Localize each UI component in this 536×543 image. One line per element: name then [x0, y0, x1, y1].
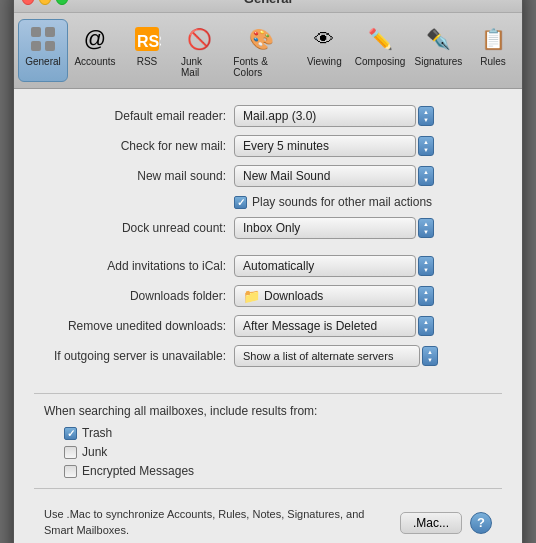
new-mail-sound-row: New mail sound: New Mail Sound	[34, 165, 502, 187]
encrypted-check-row: Encrypted Messages	[64, 464, 502, 478]
check-new-mail-arrow[interactable]	[418, 136, 434, 156]
rules-label: Rules	[480, 56, 506, 67]
add-invitations-value: Automatically	[243, 259, 314, 273]
footer-row: Use .Mac to synchronize Accounts, Rules,…	[34, 499, 502, 542]
dock-unread-arrow[interactable]	[418, 218, 434, 238]
toolbar-item-accounts[interactable]: @ Accounts	[70, 19, 120, 82]
check-new-mail-row: Check for new mail: Every 5 minutes	[34, 135, 502, 157]
titlebar: General	[14, 0, 522, 13]
dock-unread-value: Inbox Only	[243, 221, 300, 235]
add-invitations-select[interactable]: Automatically	[234, 255, 416, 277]
outgoing-server-label: If outgoing server is unavailable:	[34, 349, 234, 363]
trash-check-row: Trash	[64, 426, 502, 440]
outgoing-server-control: Show a list of alternate servers	[234, 345, 502, 367]
encrypted-checkbox[interactable]	[64, 465, 77, 478]
general-label: General	[25, 56, 61, 67]
check-new-mail-value: Every 5 minutes	[243, 139, 329, 153]
downloads-folder-arrow[interactable]	[418, 286, 434, 306]
outgoing-server-value: Show a list of alternate servers	[243, 350, 393, 362]
default-email-reader-arrow[interactable]	[418, 106, 434, 126]
check-new-mail-label: Check for new mail:	[34, 139, 234, 153]
toolbar-item-fonts-colors[interactable]: 🎨 Fonts & Colors	[226, 19, 297, 82]
add-invitations-select-row: Automatically	[234, 255, 502, 277]
rss-label: RSS	[137, 56, 158, 67]
dock-unread-select[interactable]: Inbox Only	[234, 217, 416, 239]
viewing-label: Viewing	[307, 56, 342, 67]
rules-icon: 📋	[477, 23, 509, 55]
remove-unedited-arrow[interactable]	[418, 316, 434, 336]
content-area: Default email reader: Mail.app (3.0) Che…	[14, 89, 522, 543]
toolbar-item-general[interactable]: General	[18, 19, 68, 82]
fonts-colors-icon: 🎨	[246, 23, 278, 55]
remove-unedited-select-row: After Message is Deleted	[234, 315, 502, 337]
check-new-mail-select[interactable]: Every 5 minutes	[234, 135, 416, 157]
new-mail-sound-value: New Mail Sound	[243, 169, 330, 183]
junk-mail-icon: 🚫	[183, 23, 215, 55]
viewing-icon: 👁	[308, 23, 340, 55]
footer-buttons: .Mac... ?	[400, 512, 492, 534]
svg-rect-0	[31, 27, 41, 37]
default-email-reader-select[interactable]: Mail.app (3.0)	[234, 105, 416, 127]
search-section-label: When searching all mailboxes, include re…	[34, 404, 502, 418]
divider	[34, 393, 502, 394]
downloads-folder-value: Downloads	[264, 289, 323, 303]
divider-2	[34, 488, 502, 489]
default-email-reader-value: Mail.app (3.0)	[243, 109, 316, 123]
remove-unedited-row: Remove unedited downloads: After Message…	[34, 315, 502, 337]
junk-check-row: Junk	[64, 445, 502, 459]
svg-rect-3	[45, 41, 55, 51]
outgoing-server-select-row: Show a list of alternate servers	[234, 345, 502, 367]
encrypted-label: Encrypted Messages	[82, 464, 194, 478]
dock-unread-row: Dock unread count: Inbox Only	[34, 217, 502, 239]
downloads-folder-row: Downloads folder: 📁 Downloads	[34, 285, 502, 307]
minimize-button[interactable]	[39, 0, 51, 5]
accounts-label: Accounts	[74, 56, 115, 67]
general-icon	[27, 23, 59, 55]
help-button[interactable]: ?	[470, 512, 492, 534]
fonts-colors-label: Fonts & Colors	[233, 56, 290, 78]
mac-button[interactable]: .Mac...	[400, 512, 462, 534]
outgoing-server-row: If outgoing server is unavailable: Show …	[34, 345, 502, 367]
close-button[interactable]	[22, 0, 34, 5]
trash-label: Trash	[82, 426, 112, 440]
outgoing-server-select[interactable]: Show a list of alternate servers	[234, 345, 420, 367]
downloads-folder-select[interactable]: 📁 Downloads	[234, 285, 416, 307]
default-email-reader-row: Default email reader: Mail.app (3.0)	[34, 105, 502, 127]
check-new-mail-select-row: Every 5 minutes	[234, 135, 502, 157]
downloads-folder-label: Downloads folder:	[34, 289, 234, 303]
composing-icon: ✏️	[364, 23, 396, 55]
play-sounds-row: Play sounds for other mail actions	[234, 195, 502, 209]
toolbar-item-rss[interactable]: RSS RSS	[122, 19, 172, 82]
default-email-reader-label: Default email reader:	[34, 109, 234, 123]
new-mail-sound-arrow[interactable]	[418, 166, 434, 186]
remove-unedited-value: After Message is Deleted	[243, 319, 377, 333]
svg-text:RSS: RSS	[137, 33, 161, 50]
toolbar-item-signatures[interactable]: ✒️ Signatures	[411, 19, 466, 82]
new-mail-sound-select-row: New Mail Sound	[234, 165, 502, 187]
toolbar-item-rules[interactable]: 📋 Rules	[468, 19, 518, 82]
traffic-lights	[22, 0, 68, 5]
junk-checkbox[interactable]	[64, 446, 77, 459]
main-window: General General @ Accounts RSS	[13, 0, 523, 543]
remove-unedited-label: Remove unedited downloads:	[34, 319, 234, 333]
toolbar-item-viewing[interactable]: 👁 Viewing	[299, 19, 349, 82]
remove-unedited-select[interactable]: After Message is Deleted	[234, 315, 416, 337]
default-email-reader-control: Mail.app (3.0)	[234, 105, 502, 127]
toolbar-item-composing[interactable]: ✏️ Composing	[351, 19, 409, 82]
folder-icon: 📁	[243, 288, 260, 304]
add-invitations-row: Add invitations to iCal: Automatically	[34, 255, 502, 277]
downloads-folder-control: 📁 Downloads	[234, 285, 502, 307]
outgoing-server-arrow[interactable]	[422, 346, 438, 366]
signatures-icon: ✒️	[422, 23, 454, 55]
new-mail-sound-select[interactable]: New Mail Sound	[234, 165, 416, 187]
svg-rect-1	[45, 27, 55, 37]
new-mail-sound-label: New mail sound:	[34, 169, 234, 183]
footer-text: Use .Mac to synchronize Accounts, Rules,…	[44, 507, 374, 538]
add-invitations-arrow[interactable]	[418, 256, 434, 276]
maximize-button[interactable]	[56, 0, 68, 5]
svg-rect-2	[31, 41, 41, 51]
toolbar-item-junk-mail[interactable]: 🚫 Junk Mail	[174, 19, 224, 82]
default-email-reader-select-row: Mail.app (3.0)	[234, 105, 502, 127]
play-sounds-checkbox[interactable]	[234, 196, 247, 209]
trash-checkbox[interactable]	[64, 427, 77, 440]
